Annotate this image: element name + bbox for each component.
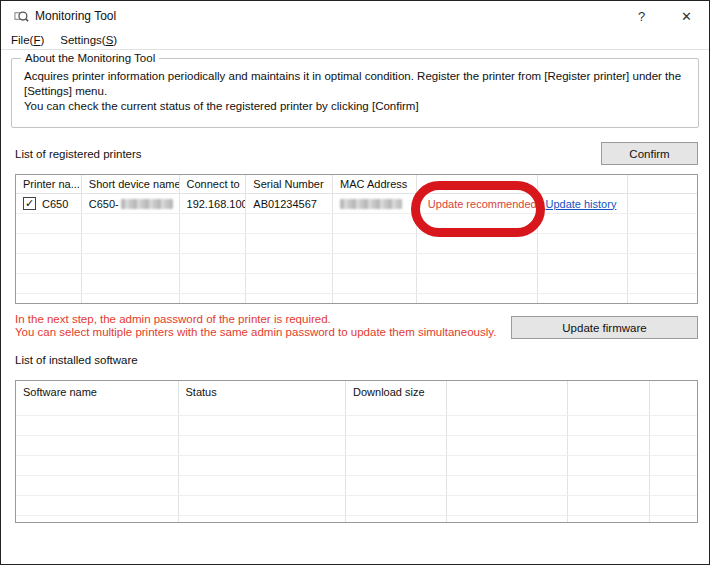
empty-cell [538,294,628,304]
empty-cell [16,496,179,515]
confirm-button[interactable]: Confirm [601,142,698,165]
printer-select-checkbox[interactable] [23,197,36,210]
empty-cell [179,516,347,523]
short-device-name-prefix: C650- [89,198,119,210]
empty-table-row [16,293,697,304]
empty-cell [628,274,697,293]
empty-cell [179,476,347,495]
empty-cell [346,516,447,523]
about-text-line1: Acquires printer information periodicall… [24,69,686,99]
empty-cell [82,214,180,233]
empty-table-row [16,213,697,233]
empty-cell [346,496,447,515]
empty-cell [246,294,333,304]
column-header-download-size[interactable]: Download size [346,381,447,415]
empty-cell [538,254,628,273]
title-bar: Monitoring Tool ? ✕ [1,1,709,31]
empty-table-row [16,253,697,273]
empty-cell [82,294,180,304]
empty-cell [16,436,179,455]
help-button[interactable]: ? [619,1,664,31]
empty-cell [16,516,179,523]
update-firmware-button[interactable]: Update firmware [511,316,698,339]
empty-cell [180,274,247,293]
empty-cell [16,214,82,233]
installed-software-label: List of installed software [15,354,138,366]
empty-cell [179,456,347,475]
menu-item-file[interactable]: File(F) [3,32,52,49]
empty-cell [417,234,539,253]
column-header-printer-name[interactable]: Printer na... [16,175,82,193]
empty-cell [447,416,569,435]
serial-number-cell: AB01234567 [246,194,333,213]
update-history-link[interactable]: Update history [545,198,616,210]
empty-cell [180,234,247,253]
empty-cell [628,294,697,304]
empty-cell [346,436,447,455]
about-groupbox: About the Monitoring Tool Acquires print… [11,58,699,128]
menu-file-label-end: ) [40,34,44,46]
empty-cell [246,214,333,233]
about-text-line2: You can check the current status of the … [24,99,686,114]
empty-cell [179,436,347,455]
empty-cell [16,294,82,304]
connect-to-cell: 192.168.100... [180,194,247,213]
update-status-cell: Update recommended [417,194,539,213]
empty-cell [16,234,82,253]
empty-cell [628,194,697,213]
empty-cell [650,436,697,455]
column-header-extra-1[interactable] [447,381,569,415]
magnifier-printer-icon [14,9,29,24]
empty-cell [628,254,697,273]
empty-cell [650,496,697,515]
column-header-extra-2[interactable] [568,381,650,415]
menu-settings-label-end: ) [113,34,117,46]
printer-row-c650[interactable]: C650 C650- 192.168.100... AB01234567 Upd… [16,193,697,213]
software-table-header: Software name Status Download size [16,381,697,415]
empty-cell [447,496,569,515]
empty-cell [417,254,539,273]
empty-table-row [16,273,697,293]
warning-line2: You can select multiple printers with th… [15,326,496,339]
column-header-extra[interactable] [628,175,697,193]
empty-table-row [16,435,697,455]
column-header-software-name[interactable]: Software name [16,381,179,415]
empty-cell [82,234,180,253]
empty-table-row [16,415,697,435]
short-device-name-cell: C650- [82,194,180,213]
empty-table-row [16,515,697,523]
empty-cell [447,436,569,455]
menu-bar: File(F) Settings(S) [1,31,709,50]
empty-cell [333,274,417,293]
monitoring-tool-window: Monitoring Tool ? ✕ File(F) Settings(S) … [0,0,710,565]
column-header-status[interactable]: Status [179,381,347,415]
column-header-serial-number[interactable]: Serial Number [246,175,333,193]
printer-name-cell: C650 [16,194,82,213]
empty-cell [628,234,697,253]
column-header-short-device-name[interactable]: Short device name [82,175,180,193]
empty-cell [180,294,247,304]
installed-software-table: Software name Status Download size [15,380,698,523]
column-header-update-status[interactable] [417,175,539,193]
empty-cell [346,416,447,435]
empty-cell [16,274,82,293]
column-header-mac-address[interactable]: MAC Address [333,175,417,193]
empty-cell [417,274,539,293]
column-header-connect-to[interactable]: Connect to [180,175,247,193]
menu-item-settings[interactable]: Settings(S) [52,32,125,49]
short-device-name-redacted-blur [121,199,173,209]
column-header-extra-3[interactable] [650,381,697,415]
about-groupbox-title: About the Monitoring Tool [21,52,159,64]
empty-cell [180,254,247,273]
printer-name: C650 [42,198,68,210]
empty-cell [650,476,697,495]
menu-settings-label: Settings( [60,34,105,46]
empty-cell [333,294,417,304]
column-header-update-history[interactable] [538,175,628,193]
close-button[interactable]: ✕ [664,1,709,31]
empty-cell [538,234,628,253]
empty-table-row [16,455,697,475]
empty-cell [346,456,447,475]
empty-cell [628,214,697,233]
empty-cell [447,456,569,475]
